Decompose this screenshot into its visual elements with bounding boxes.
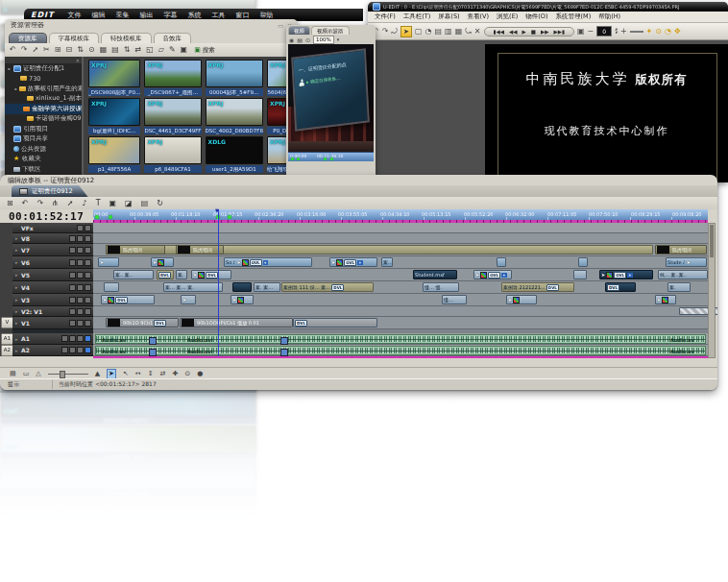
timeline-vertical-scrollbar[interactable] bbox=[708, 223, 716, 358]
track-toggle-icon[interactable] bbox=[85, 247, 91, 254]
list-icon[interactable]: ▤ bbox=[10, 370, 16, 378]
timeline-clip[interactable]: 案例导 111 设… 案…DVL bbox=[281, 282, 374, 292]
timeline-clip[interactable]: 90b1OOOPI/Cb1 慢放 0.01 bbox=[180, 318, 293, 327]
tree-item[interactable]: 项目共享 bbox=[5, 134, 82, 145]
track-header[interactable]: ▸V1 bbox=[12, 317, 93, 329]
menu-item[interactable]: 查看(V) bbox=[468, 12, 490, 21]
panel-close-icon[interactable]: ✕ bbox=[76, 58, 80, 63]
tab-字幕模板库[interactable]: 字幕模板库 bbox=[49, 33, 100, 43]
explorer-titlebar[interactable]: 资源管理器 ▭ ✕ bbox=[5, 19, 298, 31]
timeline-clip[interactable]: 陈虎唱词 bbox=[176, 245, 224, 255]
stretch-icon[interactable]: ↕ bbox=[148, 370, 154, 378]
swap-icon[interactable]: ⇄ bbox=[160, 370, 166, 378]
timeline-clip[interactable]: 案. bbox=[667, 282, 691, 292]
track-toggle-icon[interactable] bbox=[85, 272, 91, 279]
track-toggle-icon[interactable] bbox=[69, 284, 76, 291]
key-icon[interactable]: ✦ bbox=[646, 27, 653, 36]
z-icon[interactable]: ◔ bbox=[665, 27, 671, 36]
timeline-clip[interactable]: ➤ bbox=[231, 295, 254, 304]
tree-item[interactable]: ★收藏夹 bbox=[5, 155, 82, 165]
link-icon[interactable]: ⇅ bbox=[77, 45, 84, 55]
menu-item[interactable]: 文件 bbox=[68, 11, 82, 20]
track-toggle-icon[interactable] bbox=[85, 259, 91, 266]
asset-thumbnail[interactable]: XPRJ00004副本_5#F9… bbox=[206, 60, 263, 97]
track-header[interactable]: ▸A1 bbox=[12, 333, 93, 345]
timeline-clip[interactable]: 案.. 案.. bbox=[113, 270, 154, 279]
sort-icon[interactable]: ⇅ bbox=[124, 45, 131, 55]
track-header[interactable]: ▸V4 bbox=[12, 281, 93, 294]
menu-item[interactable]: 采集 bbox=[116, 11, 130, 20]
track-lane[interactable]: 90b1O 9Cb1DVL90b1OOOPI/Cb1 慢放 0.01DVL bbox=[93, 317, 708, 329]
track-header[interactable]: ▸V2: V1 bbox=[12, 306, 93, 317]
spinner[interactable]: ▲▼ bbox=[615, 28, 618, 35]
tab-视频[interactable]: 视频 bbox=[288, 26, 310, 35]
increment-button[interactable]: + bbox=[620, 27, 627, 36]
stop-button[interactable]: ■ bbox=[531, 29, 536, 35]
export-icon[interactable]: ➚ bbox=[32, 45, 38, 55]
track-toggle-icon[interactable] bbox=[69, 272, 76, 279]
track-toggle-icon[interactable] bbox=[69, 335, 76, 342]
uedit-titlebar[interactable]: U-EDIT : 0 - E:\Clip\证明责任分配0703171340\GR… bbox=[368, 2, 728, 12]
tab-资源库[interactable]: 资源库 bbox=[9, 33, 47, 43]
minimize-icon[interactable]: ▭ bbox=[278, 22, 283, 29]
track-toggle-icon[interactable] bbox=[77, 347, 84, 353]
track-header[interactable]: ▸V3 bbox=[12, 294, 93, 306]
timeline-clip[interactable]: ➤ bbox=[151, 257, 174, 267]
asset-thumbnail[interactable]: XPRJp6_8489CFA1 bbox=[144, 136, 201, 174]
thumbnail-view-icon[interactable]: ▦ bbox=[100, 45, 108, 55]
rotate2-icon[interactable]: ⤿ bbox=[465, 27, 472, 36]
audio-monitor-icon[interactable] bbox=[85, 335, 91, 342]
play-button[interactable]: ▶ bbox=[522, 29, 526, 35]
expander-icon[interactable]: ▪ bbox=[8, 66, 12, 71]
track-expander-icon[interactable]: ▸ bbox=[15, 297, 19, 303]
timeline-clip[interactable]: ➤DVL bbox=[191, 270, 231, 279]
timeline-clip[interactable] bbox=[104, 282, 119, 292]
tree-item[interactable]: 730 bbox=[5, 74, 82, 85]
timeline-clip[interactable]: DVL bbox=[293, 318, 377, 327]
timeline-clip[interactable] bbox=[232, 282, 252, 292]
asset-thumbnail[interactable]: XPRJ_DSC9808副本_P0… bbox=[88, 60, 140, 97]
menu-item[interactable]: 浏览(E) bbox=[497, 12, 518, 21]
timeline-clip[interactable]: 慢… bbox=[442, 295, 467, 304]
track-toggle-icon[interactable] bbox=[61, 347, 68, 353]
track-lane[interactable] bbox=[93, 306, 708, 317]
track-toggle-icon[interactable] bbox=[69, 297, 76, 303]
rew-button[interactable]: ◀◀ bbox=[509, 29, 517, 35]
track-toggle-icon[interactable] bbox=[77, 320, 84, 327]
track-toggle-icon[interactable] bbox=[69, 235, 76, 242]
track-toggle-icon[interactable] bbox=[85, 284, 91, 291]
track-toggle-icon[interactable] bbox=[85, 308, 91, 315]
grab-icon[interactable]: ✥ bbox=[674, 27, 681, 36]
timeline-clip[interactable]: 陈虎唱词 bbox=[655, 245, 707, 255]
menu-item[interactable]: 工具 bbox=[212, 11, 226, 20]
redo-icon[interactable]: ↷ bbox=[21, 45, 28, 55]
track-lane[interactable] bbox=[93, 233, 708, 244]
track-header[interactable]: ▸V7 bbox=[12, 244, 93, 256]
timeline-clip[interactable]: 案… bbox=[381, 257, 393, 267]
timeline-clip[interactable]: 90b1O 9Cb1DVL bbox=[106, 318, 179, 327]
timeline-clip[interactable]: Student.mxf bbox=[413, 270, 457, 279]
search-icon[interactable]: ⊙ bbox=[88, 45, 95, 55]
menu-item[interactable]: 物件(O) bbox=[525, 12, 547, 21]
timeline-clip[interactable]: 案. bbox=[176, 270, 187, 279]
track-toggle-icon[interactable] bbox=[69, 247, 76, 254]
timeline-clip[interactable]: 案… 案… 案. bbox=[163, 282, 223, 292]
capture-icon[interactable]: ◱ bbox=[146, 45, 154, 55]
preview-scrubber[interactable]: 0:00:00 00:21:38:10 bbox=[288, 152, 374, 161]
tree-item[interactable]: 公共资源 bbox=[5, 144, 82, 155]
track-expander-icon[interactable]: ▸ bbox=[15, 336, 19, 342]
track-expander-icon[interactable]: ▸ bbox=[15, 320, 19, 326]
audio-clip[interactable]: Audio.avAudio.aviAudio.av bbox=[95, 346, 706, 355]
list-view-icon[interactable]: ▤ bbox=[111, 45, 119, 55]
track-lane[interactable]: 陈虎唱词陈虎唱词陈虎唱词 bbox=[93, 244, 708, 256]
track-expander-icon[interactable]: ▸ bbox=[15, 348, 19, 353]
zoom-in-icon[interactable]: ▲ bbox=[95, 370, 100, 378]
track-toggle-icon[interactable] bbox=[77, 272, 84, 279]
asset-thumbnail[interactable]: XPRJDSC_4002_D80BD7F8 bbox=[206, 98, 263, 135]
track-lane[interactable] bbox=[93, 223, 708, 233]
magnify-icon[interactable]: ⊙ bbox=[184, 370, 190, 378]
audio-clip[interactable]: Audio.avAudio.aviAudio.av bbox=[95, 334, 706, 344]
tab-特技模板库[interactable]: 特技模板库 bbox=[101, 33, 152, 43]
clip-icon[interactable]: ▤ bbox=[141, 199, 149, 207]
track-lane[interactable]: ➤DVL➤➤慢…➤➤ bbox=[93, 294, 708, 306]
